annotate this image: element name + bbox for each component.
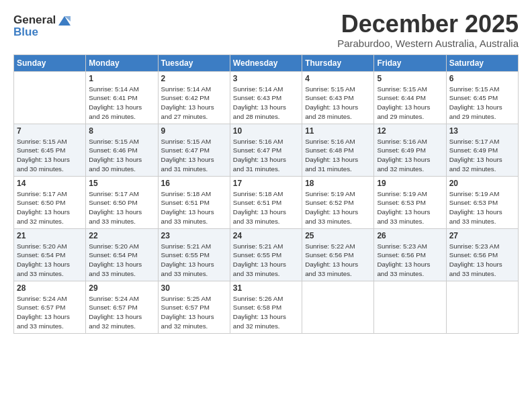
calendar-cell: 7Sunrise: 5:15 AM Sunset: 6:45 PM Daylig… <box>14 124 86 176</box>
week-row-1: 1Sunrise: 5:14 AM Sunset: 6:41 PM Daylig… <box>14 71 519 124</box>
day-info: Sunrise: 5:21 AM Sunset: 6:55 PM Dayligh… <box>233 242 299 279</box>
col-header-saturday: Saturday <box>446 54 518 71</box>
day-number: 9 <box>161 126 227 136</box>
calendar-cell: 6Sunrise: 5:15 AM Sunset: 6:45 PM Daylig… <box>446 71 518 124</box>
calendar-cell: 27Sunrise: 5:23 AM Sunset: 6:56 PM Dayli… <box>446 228 518 281</box>
day-info: Sunrise: 5:18 AM Sunset: 6:51 PM Dayligh… <box>161 189 227 226</box>
day-info: Sunrise: 5:21 AM Sunset: 6:55 PM Dayligh… <box>161 242 227 279</box>
day-number: 2 <box>161 74 227 83</box>
calendar-cell: 2Sunrise: 5:14 AM Sunset: 6:42 PM Daylig… <box>158 71 230 124</box>
day-number: 12 <box>377 126 443 136</box>
day-number: 17 <box>233 179 299 188</box>
calendar-cell: 1Sunrise: 5:14 AM Sunset: 6:41 PM Daylig… <box>86 71 158 124</box>
day-info: Sunrise: 5:15 AM Sunset: 6:47 PM Dayligh… <box>161 137 227 174</box>
calendar-cell: 31Sunrise: 5:26 AM Sunset: 6:58 PM Dayli… <box>230 281 302 333</box>
day-number: 20 <box>449 179 515 188</box>
day-number: 3 <box>233 74 299 83</box>
col-header-tuesday: Tuesday <box>158 54 230 71</box>
day-number: 13 <box>449 126 515 136</box>
calendar-cell: 17Sunrise: 5:18 AM Sunset: 6:51 PM Dayli… <box>230 176 302 228</box>
day-number: 16 <box>161 179 227 188</box>
calendar-cell: 9Sunrise: 5:15 AM Sunset: 6:47 PM Daylig… <box>158 124 230 176</box>
title-block: December 2025 Paraburdoo, Western Austra… <box>337 11 519 49</box>
day-number: 6 <box>449 74 515 83</box>
day-number: 19 <box>377 179 443 188</box>
day-info: Sunrise: 5:19 AM Sunset: 6:53 PM Dayligh… <box>377 189 443 226</box>
calendar-cell: 15Sunrise: 5:17 AM Sunset: 6:50 PM Dayli… <box>86 176 158 228</box>
week-row-3: 14Sunrise: 5:17 AM Sunset: 6:50 PM Dayli… <box>14 176 519 228</box>
week-row-4: 21Sunrise: 5:20 AM Sunset: 6:54 PM Dayli… <box>14 228 519 281</box>
day-info: Sunrise: 5:17 AM Sunset: 6:49 PM Dayligh… <box>449 137 515 174</box>
day-info: Sunrise: 5:15 AM Sunset: 6:45 PM Dayligh… <box>17 137 83 174</box>
day-number: 1 <box>89 74 154 83</box>
header-row: General Blue December 2025 Paraburdoo, W… <box>13 11 519 49</box>
day-info: Sunrise: 5:20 AM Sunset: 6:54 PM Dayligh… <box>89 242 154 279</box>
calendar-cell <box>374 281 446 333</box>
calendar-cell: 25Sunrise: 5:22 AM Sunset: 6:56 PM Dayli… <box>302 228 374 281</box>
day-info: Sunrise: 5:14 AM Sunset: 6:42 PM Dayligh… <box>161 85 227 122</box>
main-container: General Blue December 2025 Paraburdoo, W… <box>0 0 532 340</box>
day-number: 27 <box>449 231 515 240</box>
calendar-cell: 3Sunrise: 5:14 AM Sunset: 6:43 PM Daylig… <box>230 71 302 124</box>
col-header-monday: Monday <box>86 54 158 71</box>
calendar-cell: 30Sunrise: 5:25 AM Sunset: 6:57 PM Dayli… <box>158 281 230 333</box>
day-info: Sunrise: 5:15 AM Sunset: 6:44 PM Dayligh… <box>377 85 443 122</box>
day-number: 21 <box>17 231 83 240</box>
calendar-cell: 23Sunrise: 5:21 AM Sunset: 6:55 PM Dayli… <box>158 228 230 281</box>
day-number: 24 <box>233 231 299 240</box>
month-title: December 2025 <box>337 11 519 38</box>
day-info: Sunrise: 5:19 AM Sunset: 6:52 PM Dayligh… <box>305 189 371 226</box>
day-info: Sunrise: 5:15 AM Sunset: 6:46 PM Dayligh… <box>89 137 154 174</box>
day-info: Sunrise: 5:15 AM Sunset: 6:45 PM Dayligh… <box>449 85 515 122</box>
logo-general: General <box>13 13 56 26</box>
calendar-cell: 28Sunrise: 5:24 AM Sunset: 6:57 PM Dayli… <box>14 281 86 333</box>
day-info: Sunrise: 5:26 AM Sunset: 6:58 PM Dayligh… <box>233 294 299 331</box>
calendar-cell: 19Sunrise: 5:19 AM Sunset: 6:53 PM Dayli… <box>374 176 446 228</box>
calendar-cell: 13Sunrise: 5:17 AM Sunset: 6:49 PM Dayli… <box>446 124 518 176</box>
calendar-table: SundayMondayTuesdayWednesdayThursdayFrid… <box>13 54 519 334</box>
day-info: Sunrise: 5:24 AM Sunset: 6:57 PM Dayligh… <box>89 294 154 331</box>
day-number: 14 <box>17 179 83 188</box>
day-info: Sunrise: 5:14 AM Sunset: 6:43 PM Dayligh… <box>233 85 299 122</box>
day-number: 30 <box>161 283 227 293</box>
calendar-cell: 22Sunrise: 5:20 AM Sunset: 6:54 PM Dayli… <box>86 228 158 281</box>
day-info: Sunrise: 5:14 AM Sunset: 6:41 PM Dayligh… <box>89 85 154 122</box>
calendar-cell: 29Sunrise: 5:24 AM Sunset: 6:57 PM Dayli… <box>86 281 158 333</box>
day-info: Sunrise: 5:15 AM Sunset: 6:43 PM Dayligh… <box>305 85 371 122</box>
day-number: 10 <box>233 126 299 136</box>
day-number: 8 <box>89 126 154 136</box>
day-info: Sunrise: 5:18 AM Sunset: 6:51 PM Dayligh… <box>233 189 299 226</box>
calendar-cell: 14Sunrise: 5:17 AM Sunset: 6:50 PM Dayli… <box>14 176 86 228</box>
calendar-cell: 24Sunrise: 5:21 AM Sunset: 6:55 PM Dayli… <box>230 228 302 281</box>
day-info: Sunrise: 5:23 AM Sunset: 6:56 PM Dayligh… <box>449 242 515 279</box>
col-header-sunday: Sunday <box>14 54 86 71</box>
day-number: 28 <box>17 283 83 293</box>
day-info: Sunrise: 5:20 AM Sunset: 6:54 PM Dayligh… <box>17 242 83 279</box>
logo-icon <box>57 15 72 27</box>
calendar-cell: 4Sunrise: 5:15 AM Sunset: 6:43 PM Daylig… <box>302 71 374 124</box>
day-number: 11 <box>305 126 371 136</box>
day-info: Sunrise: 5:17 AM Sunset: 6:50 PM Dayligh… <box>17 189 83 226</box>
day-info: Sunrise: 5:16 AM Sunset: 6:48 PM Dayligh… <box>305 137 371 174</box>
day-info: Sunrise: 5:25 AM Sunset: 6:57 PM Dayligh… <box>161 294 227 331</box>
calendar-cell: 26Sunrise: 5:23 AM Sunset: 6:56 PM Dayli… <box>374 228 446 281</box>
logo: General Blue <box>13 13 72 38</box>
header-row-days: SundayMondayTuesdayWednesdayThursdayFrid… <box>14 54 519 71</box>
calendar-cell <box>446 281 518 333</box>
day-number: 15 <box>89 179 154 188</box>
week-row-2: 7Sunrise: 5:15 AM Sunset: 6:45 PM Daylig… <box>14 124 519 176</box>
subtitle: Paraburdoo, Western Australia, Australia <box>337 38 519 49</box>
day-info: Sunrise: 5:22 AM Sunset: 6:56 PM Dayligh… <box>305 242 371 279</box>
calendar-cell: 21Sunrise: 5:20 AM Sunset: 6:54 PM Dayli… <box>14 228 86 281</box>
calendar-cell: 11Sunrise: 5:16 AM Sunset: 6:48 PM Dayli… <box>302 124 374 176</box>
col-header-friday: Friday <box>374 54 446 71</box>
day-number: 23 <box>161 231 227 240</box>
day-number: 5 <box>377 74 443 83</box>
day-number: 31 <box>233 283 299 293</box>
day-info: Sunrise: 5:19 AM Sunset: 6:53 PM Dayligh… <box>449 189 515 226</box>
calendar-cell: 18Sunrise: 5:19 AM Sunset: 6:52 PM Dayli… <box>302 176 374 228</box>
day-info: Sunrise: 5:16 AM Sunset: 6:49 PM Dayligh… <box>377 137 443 174</box>
day-info: Sunrise: 5:16 AM Sunset: 6:47 PM Dayligh… <box>233 137 299 174</box>
calendar-cell: 20Sunrise: 5:19 AM Sunset: 6:53 PM Dayli… <box>446 176 518 228</box>
day-info: Sunrise: 5:17 AM Sunset: 6:50 PM Dayligh… <box>89 189 154 226</box>
